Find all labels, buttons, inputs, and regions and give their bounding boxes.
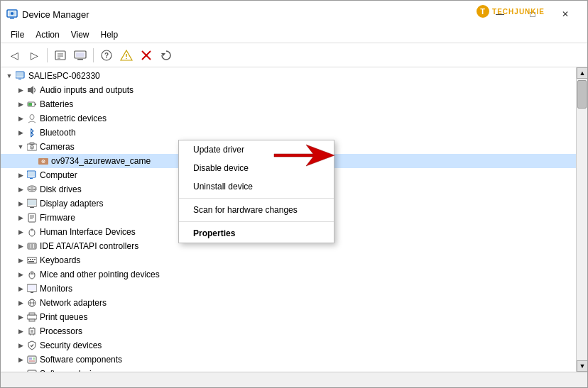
- context-menu: Update driver Disable device Uninstall d…: [178, 140, 334, 243]
- root-label: SALIEsPC-062330: [28, 71, 100, 81]
- ide-label: IDE ATA/ATAPI controllers: [40, 241, 138, 251]
- tree-item-bluetooth[interactable]: ▶ ᛒ Bluetooth: [1, 126, 576, 140]
- ctx-uninstall-device[interactable]: Uninstall device: [179, 177, 334, 196]
- network-icon: [26, 297, 38, 309]
- svg-text:?: ?: [104, 52, 109, 60]
- tree-item-processors[interactable]: ▶ Processors: [1, 324, 576, 338]
- scroll-down-button[interactable]: ▼: [577, 360, 587, 372]
- svg-point-15: [126, 57, 127, 59]
- svg-rect-54: [27, 257, 37, 263]
- monitors-icon: [26, 283, 38, 294]
- display-expand-icon[interactable]: ▶: [15, 198, 26, 209]
- help-button[interactable]: ?: [97, 46, 116, 65]
- tree-item-mice[interactable]: ▶ Mice and other pointing devices: [1, 267, 576, 282]
- keyboards-expand-icon[interactable]: ▶: [15, 255, 26, 266]
- bluetooth-expand-icon[interactable]: ▶: [15, 127, 26, 138]
- ctx-disable-device[interactable]: Disable device: [179, 159, 334, 177]
- audio-expand-icon[interactable]: ▶: [15, 84, 26, 96]
- tree-item-keyboards[interactable]: ▶ Keyboards: [1, 253, 576, 267]
- svg-rect-1: [10, 18, 14, 19]
- svg-rect-51: [28, 244, 31, 248]
- svg-rect-80: [33, 357, 35, 360]
- svg-point-3: [11, 12, 13, 15]
- svg-marker-23: [31, 86, 33, 94]
- security-expand-icon[interactable]: ▶: [15, 340, 26, 351]
- device-button[interactable]: [71, 46, 89, 65]
- svg-rect-69: [27, 315, 37, 319]
- back-button[interactable]: ◁: [5, 46, 23, 65]
- tree-item-monitors[interactable]: ▶ Monitors: [1, 282, 576, 296]
- watermark: T TECHJUNKIE: [477, 5, 545, 18]
- software-dev-expand-icon[interactable]: ▶: [15, 368, 26, 372]
- print-label: Print queues: [40, 312, 87, 322]
- menu-file[interactable]: File: [5, 28, 30, 41]
- svg-rect-71: [29, 319, 35, 321]
- mice-expand-icon[interactable]: ▶: [15, 269, 26, 280]
- network-expand-icon[interactable]: ▶: [15, 297, 26, 309]
- warning-button[interactable]: [117, 46, 136, 65]
- ide-expand-icon[interactable]: ▶: [15, 240, 26, 252]
- biometric-label: Biometric devices: [40, 113, 107, 123]
- disk-expand-icon[interactable]: ▶: [15, 184, 26, 195]
- tree-item-print[interactable]: ▶ Print queues: [1, 310, 576, 324]
- processors-label: Processors: [40, 326, 82, 336]
- svg-rect-79: [29, 357, 32, 360]
- print-expand-icon[interactable]: ▶: [15, 311, 26, 323]
- hid-expand-icon[interactable]: ▶: [15, 226, 26, 238]
- root-expand-icon[interactable]: ▼: [4, 70, 15, 82]
- disk-label: Disk drives: [40, 184, 82, 194]
- audio-label: Audio inputs and outputs: [40, 85, 134, 95]
- monitors-expand-icon[interactable]: ▶: [15, 283, 26, 294]
- close-button[interactable]: ✕: [549, 4, 582, 24]
- toolbar: ◁ ▷ ?: [1, 43, 587, 67]
- biometric-expand-icon[interactable]: ▶: [15, 113, 26, 124]
- toolbar-separator-1: [47, 48, 48, 62]
- tree-item-network[interactable]: ▶ Network adapters: [1, 296, 576, 310]
- hid-label: Human Interface Devices: [40, 227, 136, 237]
- software-comp-expand-icon[interactable]: ▶: [15, 354, 26, 365]
- tree-item-software-dev[interactable]: ▶ Software devices: [1, 367, 576, 372]
- scrollbar[interactable]: ▲ ▼: [576, 67, 587, 372]
- batteries-expand-icon[interactable]: ▶: [15, 99, 26, 110]
- ctx-update-driver[interactable]: Update driver: [179, 140, 334, 159]
- cameras-expand-icon[interactable]: ▼: [15, 141, 26, 153]
- menu-bar: File Action View Help: [1, 26, 587, 43]
- cameras-label: Cameras: [40, 142, 75, 152]
- svg-rect-26: [28, 103, 32, 106]
- computer-expand-icon[interactable]: ▶: [15, 170, 26, 181]
- firmware-expand-icon[interactable]: ▶: [15, 212, 26, 223]
- scroll-up-button[interactable]: ▲: [577, 67, 587, 79]
- firmware-icon: [26, 212, 38, 223]
- ctx-properties[interactable]: Properties: [179, 224, 334, 243]
- tree-root[interactable]: ▼ SALIEsPC-062330: [1, 69, 576, 83]
- forward-button[interactable]: ▷: [25, 46, 43, 65]
- scrollbar-thumb[interactable]: [577, 80, 587, 109]
- svg-rect-43: [28, 200, 36, 205]
- tree-item-software-comp[interactable]: ▶ Software components: [1, 353, 576, 367]
- refresh-button[interactable]: [157, 46, 175, 65]
- svg-point-40: [31, 187, 33, 189]
- svg-rect-10: [76, 52, 85, 57]
- mice-label: Mice and other pointing devices: [40, 270, 160, 279]
- camera-device-label: ov9734_azurewave_came: [51, 156, 151, 166]
- tree-item-security[interactable]: ▶ Security devices: [1, 338, 576, 353]
- tree-item-audio[interactable]: ▶ Audio inputs and outputs: [1, 83, 576, 97]
- svg-point-30: [31, 147, 33, 148]
- menu-action[interactable]: Action: [30, 28, 65, 41]
- tree-item-batteries[interactable]: ▶ Batteries: [1, 97, 576, 111]
- disk-icon: [26, 184, 38, 195]
- properties-button[interactable]: [51, 46, 70, 65]
- svg-rect-9: [77, 59, 83, 60]
- tree-item-biometric[interactable]: ▶ Biometric devices: [1, 111, 576, 126]
- delete-button[interactable]: [137, 46, 156, 65]
- svg-rect-31: [30, 143, 34, 145]
- ctx-scan-hardware[interactable]: Scan for hardware changes: [179, 201, 334, 219]
- scrollbar-track[interactable]: [577, 79, 587, 360]
- app-icon: [6, 9, 18, 20]
- svg-rect-70: [29, 313, 35, 315]
- ctx-separator: [179, 198, 334, 199]
- audio-icon: [26, 84, 38, 96]
- processors-expand-icon[interactable]: ▶: [15, 326, 26, 337]
- menu-view[interactable]: View: [65, 28, 95, 41]
- menu-help[interactable]: Help: [95, 28, 124, 41]
